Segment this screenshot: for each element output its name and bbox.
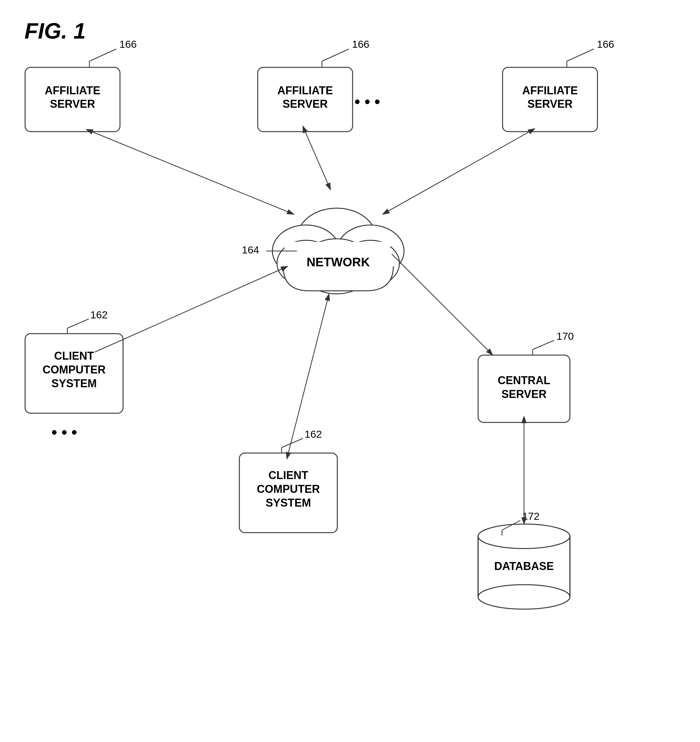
svg-line-38 — [90, 49, 116, 61]
svg-text:172: 172 — [522, 510, 540, 522]
svg-text:COMPUTER: COMPUTER — [43, 363, 106, 376]
svg-point-33 — [478, 584, 570, 609]
svg-text:166: 166 — [119, 38, 137, 50]
svg-text:162: 162 — [304, 428, 322, 440]
diagram-svg: NETWORK AFFILIATE SERVER AFFILIATE SERVE… — [0, 0, 700, 742]
svg-rect-31 — [478, 536, 570, 597]
svg-text:AFFILIATE: AFFILIATE — [45, 84, 100, 97]
svg-line-61 — [305, 132, 331, 190]
svg-point-4 — [272, 225, 340, 277]
svg-line-65 — [392, 254, 493, 355]
svg-rect-9 — [285, 242, 390, 291]
svg-text:166: 166 — [597, 38, 614, 50]
svg-line-49 — [67, 319, 89, 328]
svg-line-58 — [502, 520, 520, 530]
svg-point-32 — [478, 524, 570, 549]
svg-line-63 — [95, 266, 288, 352]
svg-text:164: 164 — [242, 244, 259, 256]
svg-text:SERVER: SERVER — [501, 388, 546, 400]
svg-text:SERVER: SERVER — [527, 98, 572, 110]
svg-line-64 — [288, 294, 329, 453]
svg-text:DATABASE: DATABASE — [494, 560, 554, 573]
svg-rect-28 — [478, 355, 570, 423]
svg-point-8 — [341, 240, 399, 286]
svg-line-60 — [92, 132, 294, 214]
svg-point-3 — [297, 208, 376, 269]
svg-line-52 — [282, 438, 303, 448]
svg-line-41 — [322, 49, 349, 61]
svg-point-6 — [300, 239, 374, 294]
svg-text:AFFILIATE: AFFILIATE — [522, 84, 578, 97]
svg-rect-14 — [258, 67, 353, 132]
svg-text:AFFILIATE: AFFILIATE — [277, 84, 333, 97]
svg-point-7 — [277, 240, 335, 286]
svg-text:• • •: • • • — [354, 93, 380, 110]
svg-line-55 — [532, 340, 554, 350]
svg-text:CLIENT: CLIENT — [268, 469, 308, 481]
svg-rect-24 — [239, 453, 337, 533]
svg-text:SYSTEM: SYSTEM — [51, 377, 97, 390]
svg-text:SERVER: SERVER — [282, 98, 328, 110]
svg-line-44 — [567, 49, 594, 61]
svg-text:CLIENT: CLIENT — [54, 350, 94, 362]
svg-text:NETWORK: NETWORK — [307, 255, 370, 269]
svg-text:166: 166 — [352, 38, 369, 50]
svg-text:170: 170 — [556, 330, 574, 342]
svg-rect-17 — [503, 67, 597, 132]
svg-text:CENTRAL: CENTRAL — [498, 374, 550, 387]
svg-text:• • •: • • • — [51, 423, 77, 441]
svg-text:SERVER: SERVER — [50, 98, 95, 110]
svg-text:162: 162 — [90, 309, 108, 321]
svg-rect-20 — [25, 334, 123, 413]
svg-rect-11 — [25, 67, 120, 132]
svg-text:COMPUTER: COMPUTER — [257, 483, 320, 495]
svg-text:SYSTEM: SYSTEM — [266, 496, 311, 509]
figure-title: FIG. 1 — [25, 18, 86, 43]
svg-line-62 — [382, 132, 529, 214]
svg-point-5 — [337, 225, 404, 277]
